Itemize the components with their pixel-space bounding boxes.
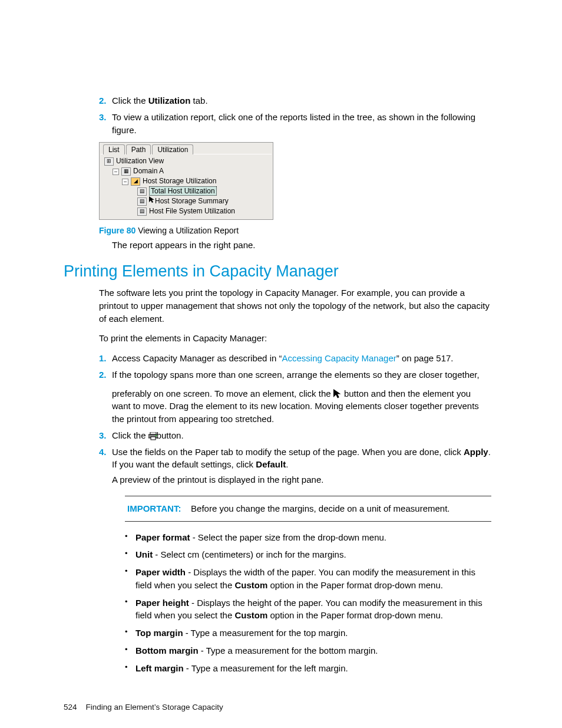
tree-root[interactable]: ⊞Utilization View [101,156,272,166]
tree-domain[interactable]: –▦Domain A [101,166,272,176]
collapse-icon[interactable]: – [122,179,128,185]
text: Use the fields on the Paper tab to modif… [112,447,464,457]
text: Click the [112,430,148,440]
bullet-term: Paper format [135,532,190,542]
bullet-text: option in the Paper format drop-down men… [267,580,443,590]
tree-label-selected: Total Host Utilization [149,186,217,196]
figure-label: Figure 80 [99,226,135,235]
bullet-term: Paper width [135,567,186,577]
step-body: Click the Utilization tab. [112,94,491,107]
report-icon: ▤ [137,207,147,216]
tree-group[interactable]: –◢Host Storage Utilization [101,176,272,186]
bullet-text: - Type a measurement for the bottom marg… [199,645,378,655]
bold-text: Utilization [148,95,191,106]
bold-text: Custom [234,610,267,620]
bullet-dot: • [125,597,135,622]
intro-paragraph: The software lets you print the topology… [99,286,491,325]
bold-text: Default [256,459,286,469]
tree-item-file-system[interactable]: ▤Host File System Utilization [101,206,272,216]
bullet-left-margin: • Left margin - Type a measurement for t… [125,662,491,675]
bullet-unit: • Unit - Select cm (centimeters) or inch… [125,548,491,561]
bullet-text: - Select the paper size from the drop-do… [190,532,387,542]
report-icon: ▤ [137,197,147,206]
text: . [286,459,288,469]
bold-text: Custom [234,580,267,590]
ordered-list-top: 2. Click the Utilization tab. 3. To view… [99,94,491,136]
section-heading: Printing Elements in Capacity Manager [64,262,491,281]
bullet-text: - Select cm (centimeters) or inch for th… [153,549,346,559]
bullet-bottom-margin: • Bottom margin - Type a measurement for… [125,644,491,657]
bullet-paper-height: • Paper height - Displays the height of … [125,597,491,622]
collapse-icon[interactable]: – [113,169,119,175]
svg-rect-2 [151,437,156,440]
svg-point-3 [156,435,157,436]
bullet-dot: • [125,566,135,592]
tree-label: Host Storage Summary [155,197,229,205]
text: tab. [190,95,207,106]
bullet-term: Unit [135,549,153,559]
step-body: Click the button. [112,429,491,442]
step-body: Use the fields on the Paper tab to modif… [112,446,491,680]
text: If the topology spans more than one scre… [112,368,491,381]
chart-icon: ◢ [131,177,140,186]
bullet-dot: • [125,548,135,561]
step-b2: 2. If the topology spans more than one s… [99,368,491,426]
tree-label: Utilization View [116,157,164,165]
text: A preview of the printout is displayed i… [112,473,491,486]
tree-icon: ⊞ [104,157,114,166]
bullet-paper-width: • Paper width - Displays the width of th… [125,566,491,592]
step-body: To view a utilization report, click one … [112,111,491,137]
link-accessing-capacity-manager[interactable]: Accessing Capacity Manager [282,353,396,363]
step-number: 1. [99,352,112,365]
tree-label: Host Storage Utilization [143,177,216,185]
intro-lead: To print the elements in Capacity Manage… [99,332,491,345]
step-body: Access Capacity Manager as described in … [112,352,491,365]
figure-caption: Figure 80 Viewing a Utilization Report [99,226,491,235]
important-text: Before you change the margins, decide on… [191,503,449,513]
tab-list[interactable]: List [103,144,125,154]
bullet-top-margin: • Top margin - Type a measurement for th… [125,627,491,640]
bullet-dot: • [125,662,135,675]
screenshot-utilization-tree: List Path Utilization ⊞Utilization View … [99,142,273,220]
result-text: The report appears in the right pane. [112,239,491,252]
step-number: 2. [99,94,112,107]
tree-icon: ▦ [121,167,131,176]
pointer-icon [333,389,342,397]
report-icon: ▤ [137,187,147,196]
bullet-term: Paper height [135,598,189,608]
tree-item-storage-summary[interactable]: ▤Host Storage Summary [101,196,272,206]
tree-item-total-host[interactable]: ▤Total Host Utilization [101,186,272,196]
page-footer: 524 Finding an Element’s Storage Capacit… [64,703,491,711]
step-b4: 4. Use the fields on the Paper tab to mo… [99,446,491,680]
text: Access Capacity Manager as described in … [112,353,282,363]
bullet-paper-format: • Paper format - Select the paper size f… [125,531,491,544]
tree-label: Domain A [133,167,164,175]
step-number: 3. [99,429,112,442]
bullet-term: Top margin [135,628,183,638]
step-number: 2. [99,368,112,426]
print-icon [148,431,157,439]
tree-view: ⊞Utilization View –▦Domain A –◢Host Stor… [100,154,273,218]
tree-label: Host File System Utilization [149,207,235,215]
cursor-icon [149,196,155,203]
bullet-term: Bottom margin [135,645,199,655]
step-number: 4. [99,446,112,680]
tab-path[interactable]: Path [126,144,151,154]
page-number: 524 [64,703,77,711]
bullet-dot: • [125,644,135,657]
step-2: 2. Click the Utilization tab. [99,94,491,107]
bullet-dot: • [125,531,135,544]
footer-title: Finding an Element’s Storage Capacity [86,703,223,711]
important-label: IMPORTANT: [127,503,181,513]
tab-utilization[interactable]: Utilization [152,144,193,154]
bullet-list: • Paper format - Select the paper size f… [125,531,491,675]
step-body: If the topology spans more than one scre… [112,368,491,426]
step-b3: 3. Click the button. [99,429,491,442]
step-3: 3. To view a utilization report, click o… [99,111,491,137]
bullet-text: option in the Paper format drop-down men… [267,610,443,620]
figure-caption-text: Viewing a Utilization Report [138,226,239,235]
bullet-dot: • [125,627,135,640]
text: Click the [112,95,148,106]
svg-rect-0 [150,432,156,434]
text: preferably on one screen. To move an ele… [112,388,333,398]
